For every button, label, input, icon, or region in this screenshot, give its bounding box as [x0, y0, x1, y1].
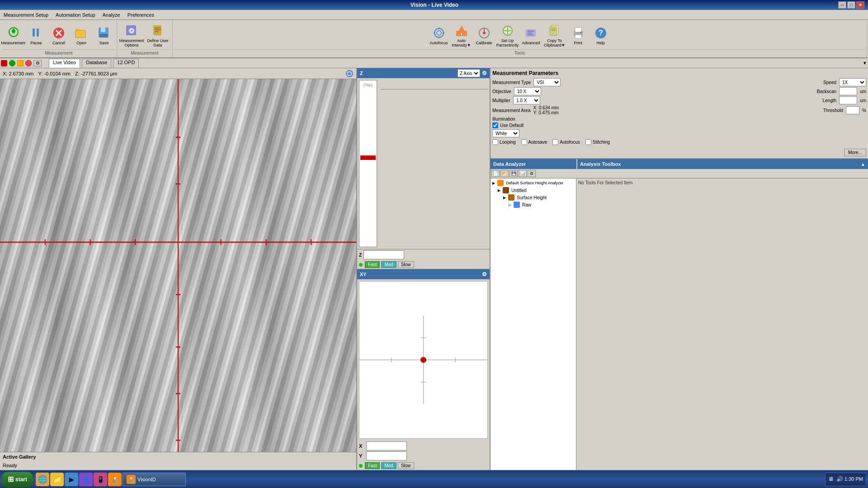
app-icon-2[interactable]: 📱	[94, 473, 107, 486]
analyzer-settings-btn[interactable]: ⚙	[528, 170, 536, 177]
data-analyzer-title: Data Analyzer	[493, 161, 526, 167]
svg-point-16	[131, 30, 132, 32]
analyzer-save-btn[interactable]: 💾	[509, 170, 518, 177]
looping-checkbox[interactable]	[492, 139, 498, 145]
calibrate-button[interactable]: Calibrate	[473, 23, 495, 49]
menu-measurement-setup[interactable]: Measurement Setup	[0, 10, 52, 19]
xy-canvas[interactable]	[359, 281, 488, 439]
media-player-icon[interactable]: ▶	[65, 473, 78, 486]
z-value-input[interactable]: -27.7619 mm	[363, 250, 404, 259]
maximize-btn[interactable]: □	[847, 1, 855, 9]
xy-slow-btn[interactable]: Slow	[398, 462, 414, 469]
stop-button[interactable]	[1, 60, 7, 66]
z-med-btn[interactable]: Med	[381, 261, 396, 268]
tree-arrow-3: ▶	[503, 196, 507, 200]
menu-preferences[interactable]: Preferences	[124, 10, 158, 19]
cancel-button[interactable]: Cancel	[48, 23, 70, 49]
tree-item-default-analyzer[interactable]: ▶ Default Surface Height Analyzer	[491, 179, 575, 187]
analyzer-icon	[497, 180, 504, 186]
settings-icon[interactable]	[345, 70, 354, 78]
xy-med-btn[interactable]: Med	[381, 462, 396, 469]
more-button[interactable]: More...	[844, 149, 866, 156]
save-button[interactable]: Save	[93, 23, 115, 49]
params-row2: Objective 10 X Backscan 10 um	[492, 87, 866, 95]
panel-collapse-btn[interactable]: ▼	[863, 61, 867, 66]
close-btn[interactable]: ✕	[856, 1, 864, 9]
autosave-checkbox-label[interactable]: Autosave	[521, 139, 547, 145]
toolbox-panel: No Tools For Selected Item	[576, 178, 868, 470]
folder-icon	[503, 187, 509, 193]
menu-analyze[interactable]: Analyze	[99, 10, 124, 19]
print-button[interactable]: Print	[567, 23, 589, 49]
threshold-input[interactable]: 5	[846, 106, 859, 114]
tree-item-surface-height[interactable]: ▶ Surface Height	[502, 194, 575, 201]
length-input[interactable]: 25	[839, 96, 857, 104]
autofocus-label: Autofocus	[560, 140, 580, 145]
tab-12opd[interactable]: 12.OPD	[113, 59, 139, 68]
multiplier-select[interactable]: 1.0 X	[513, 96, 540, 104]
z-settings-icon[interactable]: ⚙	[482, 70, 487, 76]
copy-to-clipboard-button[interactable]: Copy To Clipboard▼	[543, 22, 566, 49]
xy-x-input[interactable]: 2.6730 mm	[366, 441, 407, 450]
auto-intensity-button[interactable]: ▼ Auto Intensity▼	[451, 22, 472, 49]
taskbar: ⊞ start 🌐 📁 ▶ 👤 📱 🔬 🔬 VisionID 🖥 🔊 1:30 …	[0, 470, 868, 488]
z-axis-select[interactable]: Z Axis	[458, 69, 480, 77]
status-bar: Ready	[0, 461, 356, 470]
meas-type-select[interactable]: VSI	[533, 78, 561, 86]
autofocus-checkbox[interactable]	[552, 139, 558, 145]
play-button[interactable]	[9, 60, 15, 66]
xy-settings-icon[interactable]: ⚙	[482, 271, 487, 277]
looping-checkbox-label[interactable]: Looping	[492, 139, 516, 145]
measurement-options-button[interactable]: Measurement Options	[119, 22, 144, 49]
use-default-label: Use Default	[500, 123, 524, 128]
tree-item-untitled[interactable]: ▶ Untitled	[497, 187, 575, 194]
stitching-checkbox-label[interactable]: Stitching	[585, 139, 610, 145]
stitching-checkbox[interactable]	[585, 139, 591, 145]
analyzer-chart-btn[interactable]: 📊	[519, 170, 527, 177]
analyzer-new-btn[interactable]: 📄	[491, 170, 500, 177]
pause-button[interactable]: Pause	[25, 23, 47, 49]
advanced-button[interactable]: Advanced	[520, 23, 542, 49]
backscan-input[interactable]: 10	[839, 87, 857, 95]
white-select[interactable]: White	[492, 129, 519, 137]
video-canvas[interactable]	[0, 79, 356, 452]
objective-select[interactable]: 10 X	[514, 87, 541, 95]
z-slow-btn[interactable]: Slow	[398, 261, 414, 268]
start-button[interactable]: ⊞ start	[2, 472, 33, 487]
z-top-label: (Top)	[363, 83, 373, 87]
settings-small-btn[interactable]: ⚙	[33, 60, 42, 66]
folder-icon-taskbar[interactable]: 📁	[50, 473, 64, 486]
window-controls[interactable]: ─ □ ✕	[838, 1, 864, 9]
menu-automation-setup[interactable]: Automation Setup	[52, 10, 99, 19]
taskbar-app-vision[interactable]: 🔬 VisionID	[123, 473, 186, 486]
autofocus-checkbox-label[interactable]: Autofocus	[552, 139, 580, 145]
ie-icon[interactable]: 🌐	[36, 473, 49, 486]
speed-select[interactable]: 1X	[839, 78, 866, 86]
measurement-button[interactable]: Measurement	[3, 23, 24, 49]
open-button[interactable]: Open	[71, 23, 92, 49]
autosave-checkbox[interactable]	[521, 139, 527, 145]
setup-parcentricity-button[interactable]: Set Up Parcentricity	[496, 22, 519, 49]
tab-database[interactable]: Database	[82, 59, 111, 68]
no-tools-message: No Tools For Selected Item	[578, 180, 632, 185]
vision-icon[interactable]: 🔬	[108, 473, 122, 486]
xy-y-input[interactable]: -0.0104 mm	[366, 451, 407, 460]
define-user-data-button[interactable]: Define User Data	[145, 22, 170, 49]
analyzer-open-btn[interactable]: 📂	[500, 170, 509, 177]
pause-btn-small[interactable]	[17, 60, 24, 66]
minimize-btn[interactable]: ─	[838, 1, 846, 9]
help-button[interactable]: ? Help	[590, 23, 612, 49]
tab-live-video[interactable]: Live Video	[49, 59, 80, 68]
autofocus-button[interactable]: Autofocus	[428, 23, 450, 49]
tree-item-raw[interactable]: ▷ Raw	[508, 201, 575, 208]
user-icon[interactable]: 👤	[79, 473, 93, 486]
coord-z: Z: -27761.9023 µm	[75, 71, 117, 76]
toolbox-collapse-btn[interactable]: ▲	[861, 162, 865, 167]
system-tray: 🖥 🔊 1:30 PM	[825, 473, 866, 486]
measurement-label: Measurement	[1, 41, 26, 46]
record-button[interactable]	[25, 60, 32, 66]
checkbox-row: Looping Autosave Autofocus Stitching	[492, 139, 866, 145]
xy-fast-btn[interactable]: Fast	[365, 462, 380, 469]
z-fast-btn[interactable]: Fast	[365, 261, 380, 268]
use-default-checkbox[interactable]	[492, 122, 498, 128]
